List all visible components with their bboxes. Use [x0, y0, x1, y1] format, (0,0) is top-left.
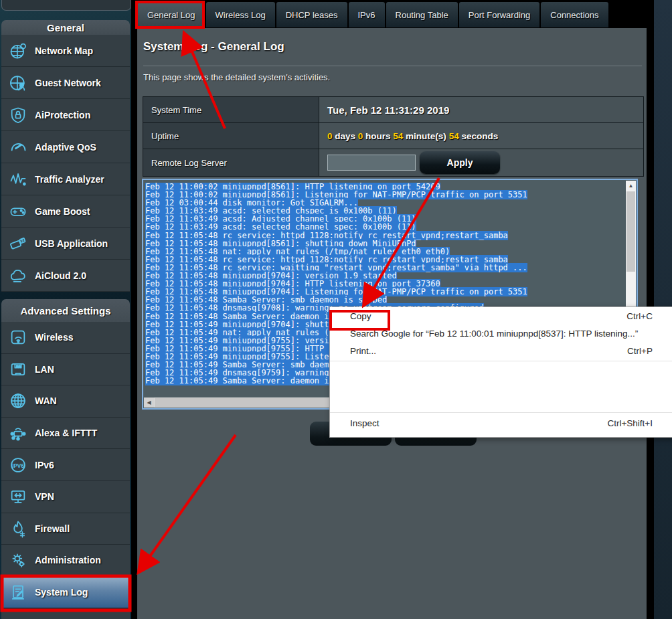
menu-item-inspect[interactable]: InspectCtrl+Shift+I: [330, 414, 672, 432]
ipv6-badge-icon: IPV6: [9, 456, 27, 474]
page-title: System Log - General Log: [143, 40, 284, 54]
sidebar-item-label: Traffic Analyzer: [35, 174, 104, 185]
menu-empty-space: [330, 363, 672, 411]
uptime-word: minute(s): [403, 131, 448, 141]
uptime-word: days: [333, 131, 358, 141]
menu-item-shortcut: Ctrl+C: [626, 311, 665, 321]
table-row-uptime: Uptime 0 days 0 hours 54 minute(s) 54 se…: [143, 123, 643, 149]
uptime-word: seconds: [459, 131, 499, 141]
log-tab-bar: General LogWireless LogDHCP leasesIPv6Ro…: [138, 2, 608, 27]
sidebar-item-usb-application[interactable]: USB Application: [1, 228, 130, 260]
sidebar-item-aicloud-2-0[interactable]: AiCloud 2.0: [1, 260, 130, 292]
system-time-value: Tue, Feb 12 11:31:29 2019: [327, 104, 449, 116]
svg-text:IPV6: IPV6: [12, 462, 24, 468]
tab-port-forwarding[interactable]: Port Forwarding: [459, 2, 539, 27]
log-document-icon: [9, 583, 27, 602]
pulse-icon: [9, 170, 27, 189]
sidebar-top-partial-item: [1, 0, 131, 11]
menu-separator: [330, 361, 672, 361]
globe-icon: [9, 391, 27, 410]
uptime-label: Uptime: [143, 123, 319, 149]
system-time-label: System Time: [143, 97, 319, 122]
menu-item-shortcut: Ctrl+P: [627, 346, 665, 356]
menu-item-search-google[interactable]: Search Google for “Feb 12 11:00:01 miniu…: [330, 325, 672, 342]
title-divider: [143, 66, 642, 66]
sidebar-item-label: WAN: [35, 395, 57, 406]
gamepad-icon: [9, 202, 27, 221]
sidebar-item-network-map[interactable]: Network Map: [1, 35, 130, 67]
system-info-table: System Time Tue, Feb 12 11:31:29 2019 Up…: [143, 96, 644, 177]
tab-dhcp-leases[interactable]: DHCP leases: [276, 2, 347, 27]
sidebar-item-label: Administration: [35, 555, 101, 565]
log-line: Feb 12 11:03:49 acsd: selected channel s…: [145, 223, 623, 231]
sidebar-item-system-log[interactable]: System Log: [1, 577, 130, 609]
sidebar-item-guest-network[interactable]: Guest Network: [1, 67, 130, 99]
table-row-system-time: System Time Tue, Feb 12 11:31:29 2019: [143, 97, 643, 123]
sidebar-item-label: AiCloud 2.0: [35, 270, 86, 281]
browser-context-menu: CopyCtrl+CSearch Google for “Feb 12 11:0…: [329, 306, 672, 438]
page-description: This page shows the detailed system's ac…: [143, 72, 330, 82]
menu-item-label: Print...: [350, 346, 614, 356]
sidebar-item-label: Alexa & IFTTT: [35, 428, 97, 438]
menu-item-print[interactable]: Print...Ctrl+P: [330, 342, 672, 359]
menu-item-shortcut: Ctrl+Shift+I: [607, 418, 665, 428]
tab-connections[interactable]: Connections: [541, 2, 608, 27]
log-line: Feb 12 11:05:48 miniupnpd[8561]: shuttin…: [145, 240, 623, 248]
scroll-left-icon[interactable]: ◀: [144, 397, 154, 408]
sidebar-item-label: USB Application: [35, 238, 108, 249]
sidebar-item-label: Adaptive QoS: [35, 142, 96, 153]
sidebar-item-firewall[interactable]: Firewall: [1, 513, 130, 545]
apply-button[interactable]: Apply: [420, 151, 500, 174]
tab-routing-table[interactable]: Routing Table: [386, 2, 458, 27]
sidebar-item-alexa-ifttt[interactable]: Alexa & IFTTT: [1, 418, 130, 450]
uptime-number: 54: [393, 131, 403, 141]
remote-log-server-label: Remote Log Server: [143, 149, 319, 176]
sidebar-item-label: Game Boost: [35, 206, 90, 217]
sidebar-item-administration[interactable]: Administration: [1, 545, 130, 577]
sidebar-item-game-boost[interactable]: Game Boost: [1, 195, 130, 228]
sidebar-item-wireless[interactable]: Wireless: [1, 322, 130, 354]
sidebar-item-label: Network Map: [35, 46, 93, 56]
sidebar-section-header-advanced-settings: Advanced Settings: [1, 299, 130, 322]
sidebar-item-vpn[interactable]: VPN: [1, 481, 130, 513]
uptime-value: 0 days 0 hours 54 minute(s) 54 seconds: [327, 131, 498, 141]
vpn-monitor-icon: [9, 487, 27, 506]
gear-icon: [9, 551, 27, 569]
shield-lock-icon: [9, 106, 27, 124]
menu-item-label: Inspect: [350, 418, 594, 428]
sidebar-item-traffic-analyzer[interactable]: Traffic Analyzer: [1, 163, 130, 195]
sidebar-item-label: LAN: [35, 364, 54, 375]
sidebar-bottom-partial-item: [1, 610, 130, 619]
sidebar-item-label: IPv6: [35, 460, 54, 470]
guest-network-icon: [9, 74, 27, 92]
sidebar-item-adaptive-qos[interactable]: Adaptive QoS: [1, 131, 130, 163]
sidebar-item-wan[interactable]: WAN: [1, 385, 130, 418]
sidebar-section-items: WirelessLANWANAlexa & IFTTTIPV6IPv6VPNFi…: [1, 322, 130, 608]
tab-general-log[interactable]: General Log: [138, 2, 205, 27]
speedometer-icon: [9, 138, 27, 157]
sidebar-item-label: Guest Network: [35, 78, 101, 88]
sidebar-section-items: Network MapGuest NetworkAiProtectionAdap…: [1, 35, 130, 292]
usb-icon: [9, 234, 27, 253]
menu-item-label: Search Google for “Feb 12 11:00:01 miniu…: [350, 329, 639, 339]
cloud-icon: [9, 266, 27, 285]
menu-item-label: Copy: [350, 311, 613, 321]
sidebar-section-header-general: General: [1, 20, 130, 35]
uptime-word: hours: [363, 131, 393, 141]
ethernet-icon: [9, 360, 27, 379]
sidebar-item-aiprotection[interactable]: AiProtection: [1, 99, 130, 131]
vertical-scroll-thumb[interactable]: [626, 191, 635, 272]
smart-home-icon: [9, 424, 27, 442]
sidebar-item-label: System Log: [35, 587, 88, 598]
uptime-number: 0: [327, 131, 333, 141]
menu-separator: [330, 412, 672, 413]
tab-ipv6[interactable]: IPv6: [349, 2, 385, 27]
tab-wireless-log[interactable]: Wireless Log: [206, 2, 275, 27]
scroll-up-icon[interactable]: ▲: [626, 181, 636, 191]
remote-log-server-input[interactable]: [327, 155, 416, 171]
sidebar-item-lan[interactable]: LAN: [1, 354, 130, 386]
table-row-remote-log-server: Remote Log Server Apply: [143, 149, 643, 176]
menu-item-copy[interactable]: CopyCtrl+C: [330, 307, 672, 325]
sidebar-item-label: AiProtection: [35, 110, 90, 120]
sidebar-item-ipv6[interactable]: IPV6IPv6: [1, 449, 130, 481]
